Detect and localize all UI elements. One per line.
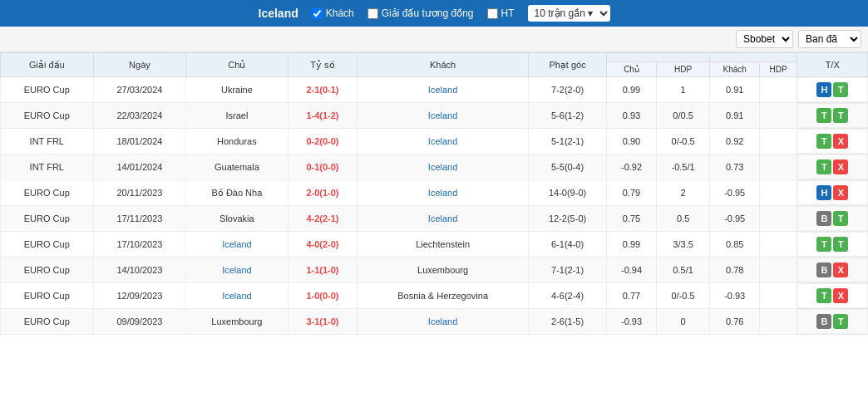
table-row: EURO Cup14/10/2023Iceland1-1(1-0)Luxembo… bbox=[1, 258, 868, 283]
tran-select[interactable]: 10 trận gần ▾ 5 trận gần 20 trận gần bbox=[528, 5, 610, 22]
team-link[interactable]: Iceland bbox=[222, 291, 251, 301]
table-cell[interactable]: Iceland bbox=[358, 155, 528, 180]
badge-first: T bbox=[816, 159, 831, 174]
table-cell[interactable]: Iceland bbox=[358, 309, 528, 335]
score-text: 0-1(0-0) bbox=[306, 162, 338, 172]
tx-cell: HX bbox=[797, 180, 867, 205]
table-cell: EURO Cup bbox=[1, 206, 94, 232]
badge-second: X bbox=[833, 288, 848, 303]
table-cell bbox=[759, 103, 797, 129]
badge-first: T bbox=[816, 288, 831, 303]
table-cell: 7-2(2-0) bbox=[528, 77, 607, 103]
badge-second: X bbox=[833, 134, 848, 149]
table-cell: 14/10/2023 bbox=[93, 258, 186, 283]
table-cell: -0.5/1 bbox=[656, 155, 710, 180]
table-cell: 4-2(2-1) bbox=[288, 206, 358, 232]
sbobet-select[interactable]: Sbobet Bet365 bbox=[736, 30, 793, 48]
table-cell[interactable]: Iceland bbox=[358, 103, 528, 129]
team-link[interactable]: Iceland bbox=[428, 213, 457, 223]
table-cell: EURO Cup bbox=[1, 232, 94, 258]
table-cell: 14/01/2024 bbox=[93, 155, 186, 180]
table-cell[interactable]: Iceland bbox=[358, 206, 528, 232]
table-cell: 0.76 bbox=[710, 309, 759, 335]
header-bar: Iceland Khách Giải đấu tương đồng HT 10 … bbox=[0, 0, 868, 27]
table-cell: Luxembourg bbox=[186, 309, 288, 335]
table-cell: 18/01/2024 bbox=[93, 129, 186, 155]
table-cell bbox=[759, 155, 797, 180]
table-cell: 5-1(2-1) bbox=[528, 129, 607, 155]
team-link[interactable]: Iceland bbox=[428, 110, 457, 120]
main-table: Giải đấu Ngày Chủ Tỷ số Khách Phạt góc T… bbox=[0, 52, 868, 335]
team-link[interactable]: Iceland bbox=[428, 85, 457, 95]
badge-second: T bbox=[833, 314, 848, 329]
table-row: EURO Cup22/03/2024Israel1-4(1-2)Iceland5… bbox=[1, 103, 868, 129]
table-cell bbox=[759, 180, 797, 206]
table-cell: 0/-0.5 bbox=[656, 129, 710, 155]
table-cell: 7-1(2-1) bbox=[528, 258, 607, 283]
table-cell: 1 bbox=[656, 77, 710, 103]
sub-col-khach: Khách bbox=[710, 62, 759, 77]
khach-checkbox[interactable] bbox=[312, 8, 323, 19]
table-cell: 4-6(2-4) bbox=[528, 283, 607, 309]
table-row: EURO Cup17/11/2023Slovakia4-2(2-1)Icelan… bbox=[1, 206, 868, 232]
table-cell: 17/10/2023 bbox=[93, 232, 186, 258]
table-cell bbox=[759, 129, 797, 155]
table-cell[interactable]: Iceland bbox=[358, 129, 528, 155]
badge-first: H bbox=[816, 185, 831, 200]
giai-checkbox[interactable] bbox=[367, 8, 378, 19]
table-cell: 2-6(1-5) bbox=[528, 309, 607, 335]
table-cell: EURO Cup bbox=[1, 103, 94, 129]
table-cell: 0.91 bbox=[710, 77, 759, 103]
table-cell[interactable]: Iceland bbox=[358, 77, 528, 103]
table-row: EURO Cup27/03/2024Ukraine2-1(0-1)Iceland… bbox=[1, 77, 868, 103]
table-cell: Guatemala bbox=[186, 155, 288, 180]
sub-col-hdp2: HDP bbox=[759, 62, 797, 77]
table-cell: -0.93 bbox=[607, 309, 656, 335]
giai-checkbox-label[interactable]: Giải đấu tương đồng bbox=[367, 7, 474, 19]
table-cell: INT FRL bbox=[1, 129, 94, 155]
badge-second: X bbox=[833, 262, 848, 277]
table-cell bbox=[759, 232, 797, 258]
team-link[interactable]: Iceland bbox=[428, 136, 457, 146]
table-cell: 1-4(1-2) bbox=[288, 103, 358, 129]
table-cell[interactable]: Iceland bbox=[186, 283, 288, 309]
badge-second: T bbox=[833, 82, 848, 97]
team-link[interactable]: Iceland bbox=[428, 316, 457, 326]
ht-checkbox[interactable] bbox=[487, 8, 498, 19]
table-cell: 2 bbox=[656, 180, 710, 206]
badge-first: T bbox=[816, 108, 831, 123]
score-text: 2-0(1-0) bbox=[306, 188, 338, 198]
tx-cell: TX bbox=[797, 129, 867, 154]
team-link[interactable]: Iceland bbox=[222, 265, 251, 275]
main-header-row: Giải đấu Ngày Chủ Tỷ số Khách Phạt góc T… bbox=[1, 53, 868, 62]
team-link[interactable]: Iceland bbox=[428, 162, 457, 172]
khach-checkbox-label[interactable]: Khách bbox=[312, 7, 354, 19]
badge-first: T bbox=[816, 237, 831, 252]
table-row: EURO Cup20/11/2023Bồ Đào Nha2-0(1-0)Icel… bbox=[1, 180, 868, 206]
table-row: INT FRL18/01/2024Honduras0-2(0-0)Iceland… bbox=[1, 129, 868, 155]
badge-first: B bbox=[816, 314, 831, 329]
table-cell: 0 bbox=[656, 309, 710, 335]
score-text: 1-1(1-0) bbox=[306, 265, 338, 275]
table-cell bbox=[759, 283, 797, 309]
col-ngay: Ngày bbox=[93, 53, 186, 77]
team-link[interactable]: Iceland bbox=[222, 239, 251, 249]
table-cell: EURO Cup bbox=[1, 283, 94, 309]
table-cell bbox=[759, 206, 797, 232]
sub-col-hdp1: HDP bbox=[656, 62, 710, 77]
badge-second: T bbox=[833, 237, 848, 252]
tx-cell: TX bbox=[797, 283, 867, 308]
table-cell[interactable]: Iceland bbox=[186, 232, 288, 258]
table-cell: 0.5/1 bbox=[656, 258, 710, 283]
table-cell[interactable]: Iceland bbox=[186, 258, 288, 283]
team-link[interactable]: Iceland bbox=[428, 188, 457, 198]
table-cell[interactable]: Iceland bbox=[358, 180, 528, 206]
table-cell: 22/03/2024 bbox=[93, 103, 186, 129]
table-cell: 1-1(1-0) bbox=[288, 258, 358, 283]
ht-checkbox-label[interactable]: HT bbox=[487, 7, 515, 19]
score-text: 0-2(0-0) bbox=[306, 136, 338, 146]
ban-da-select[interactable]: Ban đã Sắp đấu bbox=[798, 30, 861, 48]
table-cell: -0.94 bbox=[607, 258, 656, 283]
table-cell: Bosnia & Herzegovina bbox=[358, 283, 528, 309]
badge-first: B bbox=[816, 262, 831, 277]
